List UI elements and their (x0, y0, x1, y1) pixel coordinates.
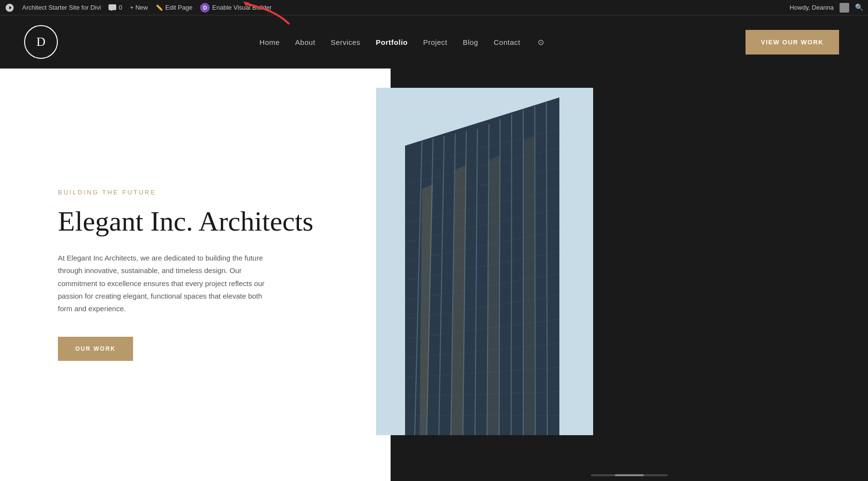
hero-right-panel (391, 69, 868, 481)
hero-heading: Elegant Inc. Architects (58, 206, 352, 238)
svg-marker-1 (110, 10, 112, 11)
site-nav: Home About Services Portfolio Project Bl… (259, 38, 544, 47)
site-header: D Home About Services Portfolio Project … (0, 15, 868, 69)
hero-subtitle: BUILDING THE FUTURE (58, 189, 352, 196)
scrollbar[interactable] (591, 474, 668, 476)
site-logo-wrap[interactable]: D (24, 25, 58, 59)
comments-item[interactable]: 0 (108, 4, 122, 11)
svg-line-13 (511, 114, 512, 435)
svg-marker-34 (523, 136, 535, 435)
howdy-text: Howdy, Deanna (789, 4, 834, 11)
new-label: + New (130, 4, 148, 11)
admin-search-icon[interactable]: 🔍 (855, 3, 863, 12)
user-avatar (840, 3, 849, 13)
scrollbar-thumb[interactable] (615, 474, 644, 476)
nav-blog[interactable]: Blog (463, 38, 478, 46)
nav-about[interactable]: About (295, 38, 315, 46)
our-work-button[interactable]: OUR WORK (58, 337, 133, 361)
new-item[interactable]: + New (130, 4, 148, 11)
wp-logo-item[interactable] (5, 3, 14, 13)
edit-page-label: Edit Page (165, 4, 192, 11)
enable-vb-text: Enable Visual Builder (212, 4, 271, 11)
hero-description: At Elegant Inc Architects, we are dedica… (58, 252, 270, 315)
site-logo-circle: D (24, 25, 58, 59)
site-name-text: Architect Starter Site for Divi (22, 4, 101, 11)
wp-admin-bar: Architect Starter Site for Divi 0 + New … (0, 0, 868, 15)
edit-page-item[interactable]: ✏️ Edit Page (156, 4, 192, 11)
hero-left-panel: BUILDING THE FUTURE Elegant Inc. Archite… (0, 69, 391, 481)
nav-services[interactable]: Services (331, 38, 361, 46)
divi-badge: D (200, 3, 210, 13)
building-image (376, 88, 593, 435)
view-our-work-button[interactable]: VIEW OUR WORK (746, 30, 839, 55)
svg-rect-0 (108, 4, 116, 10)
nav-home[interactable]: Home (259, 38, 280, 46)
nav-search-icon[interactable]: ⊙ (538, 38, 544, 47)
enable-vb-item[interactable]: D Enable Visual Builder (200, 3, 271, 13)
comments-count: 0 (119, 4, 122, 11)
main-content: BUILDING THE FUTURE Elegant Inc. Archite… (0, 69, 868, 481)
nav-contact[interactable]: Contact (494, 38, 520, 46)
nav-project[interactable]: Project (423, 38, 447, 46)
svg-marker-33 (487, 155, 500, 435)
site-name-item[interactable]: Architect Starter Site for Divi (22, 4, 101, 11)
nav-portfolio[interactable]: Portfolio (376, 38, 407, 46)
